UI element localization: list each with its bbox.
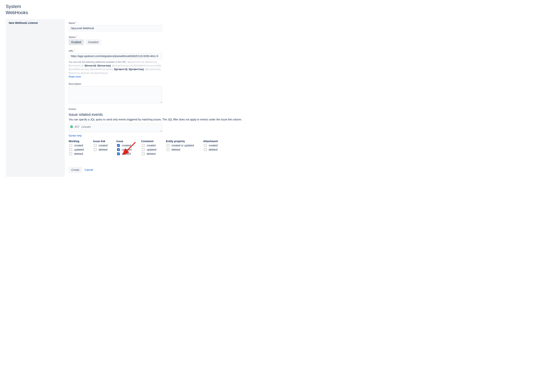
event-option-label: deleted	[172, 148, 180, 151]
event-checkbox[interactable]	[204, 144, 207, 147]
create-button[interactable]: Create	[69, 167, 82, 173]
event-option-worklog-created[interactable]: created	[69, 144, 93, 147]
page-title-webhooks: WebHooks	[6, 10, 546, 15]
syntax-help-link[interactable]: Syntax help	[69, 134, 82, 137]
url-variable: ${version.id}	[81, 72, 93, 74]
url-variable: ${board.id}	[145, 61, 156, 63]
event-column-header: Issue	[116, 140, 141, 143]
event-checkbox[interactable]	[167, 144, 169, 147]
event-option-comment-updated[interactable]: updated	[141, 148, 166, 152]
description-label: Description	[69, 83, 81, 85]
event-option-entity-deleted[interactable]: deleted	[166, 148, 203, 152]
event-option-issue-created[interactable]: created	[116, 144, 141, 147]
check-circle-icon	[70, 125, 73, 128]
event-checkbox[interactable]	[142, 148, 145, 151]
event-column-issue: Issuecreatedupdateddeleted	[116, 140, 141, 156]
event-checkbox[interactable]	[167, 148, 169, 151]
url-variable: ${issue.key}	[97, 64, 111, 67]
sidebar-title: New Webhook Listener	[9, 21, 62, 24]
event-option-label: updated	[122, 148, 132, 151]
required-asterisk: *	[75, 21, 76, 24]
event-option-label: created	[209, 144, 218, 147]
event-option-issue-deleted[interactable]: deleted	[116, 152, 141, 156]
event-column-worklog: Worklogcreatedupdateddeleted	[69, 140, 93, 156]
event-checkbox[interactable]	[69, 153, 72, 155]
event-checkbox[interactable]	[117, 144, 120, 147]
events-label: Events	[69, 108, 76, 111]
events-grid: WorklogcreatedupdateddeletedIssue linkcr…	[69, 140, 225, 158]
event-option-issuelink-created[interactable]: created	[93, 144, 116, 147]
sidebar: New Webhook Listener	[6, 19, 65, 177]
event-option-label: created	[147, 144, 156, 147]
name-label: Name	[69, 22, 75, 24]
event-column-attachment: Attachmentcreateddeleted	[203, 140, 224, 156]
jql-textarea[interactable]: All issues	[69, 124, 162, 132]
status-label: Status	[69, 36, 76, 39]
events-section-desc: You can specify a JQL query to send only…	[69, 118, 248, 121]
events-section-title: Issue related events	[69, 112, 542, 117]
url-variable: ${modifiedUser.name}	[90, 68, 113, 71]
status-disabled-button[interactable]: Disabled	[85, 39, 101, 45]
event-checkbox[interactable]	[204, 148, 207, 151]
event-column-comment: Commentcreatedupdateddeleted	[141, 140, 166, 156]
event-checkbox[interactable]	[142, 153, 145, 155]
event-option-label: updated	[147, 148, 156, 151]
required-asterisk: *	[76, 35, 77, 38]
event-column-header: Comment	[141, 140, 166, 143]
event-option-label: created	[99, 144, 108, 147]
url-variable: ${modifiedUser.key}	[69, 68, 89, 71]
url-variable: ${comment.id}	[69, 64, 83, 67]
event-column-header: Entity property	[166, 140, 203, 143]
url-variable: ${project.id}	[114, 68, 127, 71]
event-option-label: deleted	[99, 148, 107, 151]
required-asterisk: *	[74, 49, 75, 52]
event-option-issuelink-deleted[interactable]: deleted	[93, 148, 116, 152]
event-option-label: deleted	[147, 152, 155, 155]
event-option-worklog-deleted[interactable]: deleted	[69, 152, 93, 156]
url-variable: ${worklog.id}	[95, 72, 108, 74]
event-option-label: created or updated	[172, 144, 194, 147]
cancel-link[interactable]: Cancel	[85, 168, 93, 171]
url-variable: ${project.key}	[129, 68, 144, 71]
form-area: Name* Status* Enabled Disabled URL* You …	[65, 19, 546, 177]
event-option-label: updated	[74, 148, 84, 151]
event-option-attachment-created[interactable]: created	[203, 144, 224, 147]
event-option-attachment-deleted[interactable]: deleted	[203, 148, 224, 152]
event-option-label: created	[74, 144, 83, 147]
event-option-worklog-updated[interactable]: updated	[69, 148, 93, 152]
event-column-header: Worklog	[69, 140, 93, 143]
event-checkbox[interactable]	[69, 144, 72, 147]
read-more-link[interactable]: Read more	[69, 75, 81, 78]
url-label: URL	[69, 50, 73, 52]
url-variable: ${mergedVersion.id}	[112, 64, 133, 67]
status-enabled-button[interactable]: Enabled	[69, 39, 84, 45]
event-checkbox[interactable]	[142, 144, 145, 147]
event-column-header: Issue link	[93, 140, 116, 143]
event-option-label: created	[122, 144, 131, 147]
event-option-label: deleted	[74, 152, 83, 155]
event-column-entity: Entity propertycreated or updateddeleted	[166, 140, 203, 156]
name-input[interactable]	[69, 25, 162, 31]
url-variable: ${issue.id}	[84, 64, 96, 67]
event-option-issue-updated[interactable]: updated	[116, 148, 141, 152]
page-title-system: System	[6, 4, 546, 9]
event-option-label: deleted	[122, 152, 131, 155]
event-option-label: deleted	[209, 148, 217, 151]
event-checkbox[interactable]	[117, 148, 120, 151]
event-column-header: Attachment	[203, 140, 224, 143]
event-checkbox[interactable]	[117, 153, 120, 155]
url-variable: ${property.key}	[145, 68, 160, 71]
event-option-entity-created-or-updated[interactable]: created or updated	[166, 144, 203, 147]
event-option-comment-deleted[interactable]: deleted	[141, 152, 166, 156]
url-variable: ${sprint.id}	[69, 72, 80, 74]
url-variable: ${modifiedUser.accountId}	[134, 64, 161, 67]
event-column-issuelink: Issue linkcreateddeleted	[93, 140, 116, 156]
event-checkbox[interactable]	[94, 144, 97, 147]
event-checkbox[interactable]	[69, 148, 72, 151]
description-textarea[interactable]	[69, 86, 162, 103]
url-variable: ${attachment.id}	[127, 61, 144, 63]
event-option-comment-created[interactable]: created	[141, 144, 166, 147]
url-input[interactable]	[69, 53, 162, 59]
url-help-text: You can use the following additional var…	[69, 60, 162, 75]
event-checkbox[interactable]	[94, 148, 97, 151]
